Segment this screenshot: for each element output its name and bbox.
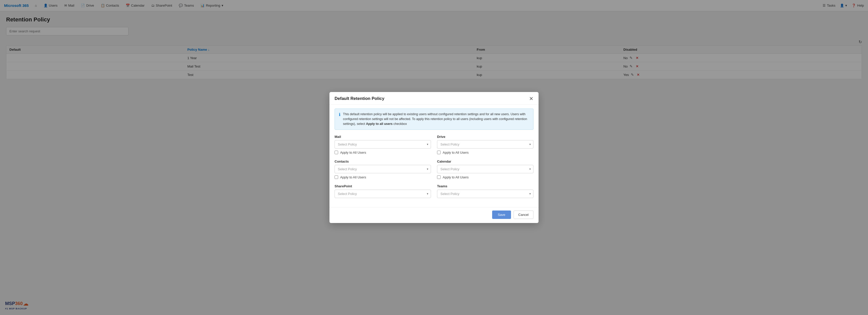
contacts-apply-all-row: Apply to All Users [335,175,431,179]
mail-section: Mail Select Policy ▾ Apply to All Users [335,135,431,155]
modal-overlay: Default Retention Policy ✕ ℹ This defaul… [0,0,868,315]
mail-apply-all-row: Apply to All Users [335,151,431,154]
sharepoint-select[interactable]: Select Policy [335,190,431,198]
calendar-select-wrapper: Select Policy ▾ [437,165,533,173]
drive-apply-all-row: Apply to All Users [437,151,533,154]
drive-section: Drive Select Policy ▾ Apply to All Users [437,135,533,155]
page-content: Retention Policy ↻ Default Policy Name ↓… [0,11,868,315]
default-retention-policy-modal: Default Retention Policy ✕ ℹ This defaul… [330,92,538,223]
form-grid: Mail Select Policy ▾ Apply to All Users [335,135,533,202]
calendar-apply-all-label[interactable]: Apply to All Users [443,175,469,179]
contacts-select[interactable]: Select Policy [335,165,431,173]
teams-label: Teams [437,184,533,188]
info-box: ℹ This default retention policy will be … [335,108,533,129]
calendar-section: Calendar Select Policy ▾ Apply to All Us… [437,160,533,180]
drive-label: Drive [437,135,533,139]
calendar-apply-all-checkbox[interactable] [437,175,441,179]
sharepoint-select-wrapper: Select Policy ▾ [335,190,431,198]
info-text: This default retention policy will be ap… [343,112,529,126]
teams-section: Teams Select Policy ▾ [437,184,533,198]
drive-select[interactable]: Select Policy [437,140,533,149]
contacts-select-wrapper: Select Policy ▾ [335,165,431,173]
modal-header: Default Retention Policy ✕ [330,92,538,104]
drive-apply-all-label[interactable]: Apply to All Users [443,151,469,154]
cancel-button[interactable]: Cancel [514,211,533,219]
mail-apply-all-label[interactable]: Apply to All Users [340,151,366,154]
calendar-select[interactable]: Select Policy [437,165,533,173]
mail-select-wrapper: Select Policy ▾ [335,140,431,149]
save-button[interactable]: Save [492,211,511,219]
drive-select-wrapper: Select Policy ▾ [437,140,533,149]
close-button[interactable]: ✕ [529,96,533,101]
mail-apply-all-checkbox[interactable] [335,151,338,154]
teams-select[interactable]: Select Policy [437,190,533,198]
modal-title: Default Retention Policy [335,96,384,101]
contacts-apply-all-checkbox[interactable] [335,175,338,179]
sharepoint-label: SharePoint [335,184,431,188]
modal-footer: Save Cancel [330,207,538,223]
teams-select-wrapper: Select Policy ▾ [437,190,533,198]
contacts-label: Contacts [335,160,431,163]
calendar-apply-all-row: Apply to All Users [437,175,533,179]
mail-label: Mail [335,135,431,139]
info-icon: ℹ [339,112,340,117]
calendar-label: Calendar [437,160,533,163]
mail-select[interactable]: Select Policy [335,140,431,149]
contacts-apply-all-label[interactable]: Apply to All Users [340,175,366,179]
modal-body: ℹ This default retention policy will be … [330,104,538,207]
contacts-section: Contacts Select Policy ▾ Apply to All Us… [335,160,431,180]
sharepoint-section: SharePoint Select Policy ▾ [335,184,431,198]
drive-apply-all-checkbox[interactable] [437,151,441,154]
